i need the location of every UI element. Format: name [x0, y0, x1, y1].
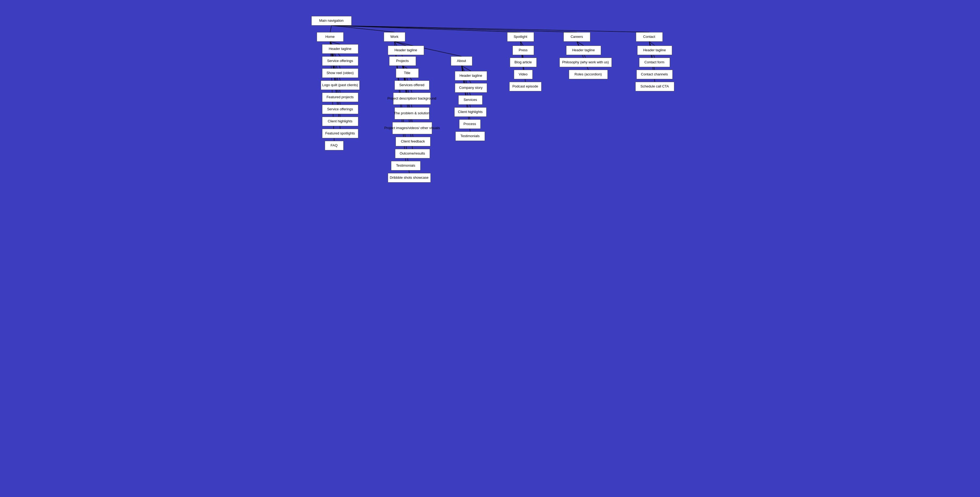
node-about_process: Process	[459, 119, 480, 129]
node-main_nav: Main navigation	[311, 16, 352, 25]
node-spotlight_press: Press	[512, 46, 534, 55]
svg-line-4	[331, 25, 649, 32]
node-contact_form: Contact form	[639, 58, 670, 67]
node-about_testimonials: Testimonials	[455, 132, 485, 141]
node-contact_schedule: Schedule call CTA	[635, 82, 674, 91]
node-home_service_offerings2: Service offerings	[322, 105, 358, 114]
node-home_header_tagline: Header tagline	[322, 44, 358, 54]
node-work: Work	[384, 32, 405, 41]
node-work_projects: Projects	[389, 56, 416, 66]
svg-line-3	[331, 25, 577, 32]
node-home_logo_quilt: Logo quilt (past clients)	[321, 81, 360, 90]
svg-line-0	[330, 25, 331, 32]
node-home: Home	[317, 32, 344, 41]
node-spotlight_blog: Blog article	[510, 58, 537, 67]
node-work_title: Title	[396, 68, 418, 78]
node-spotlight_video: Video	[514, 70, 533, 79]
svg-line-32	[520, 41, 523, 46]
node-careers_roles: Roles (accordion)	[569, 70, 608, 79]
node-work_client_feedback: Client feedback	[396, 137, 430, 146]
svg-line-1	[331, 25, 395, 32]
node-spotlight: Spotlight	[507, 32, 534, 41]
node-work_testimonials: Testimonials	[391, 161, 420, 170]
node-home_faq: FAQ	[325, 141, 344, 150]
node-work_services_offered: Services offered	[395, 81, 430, 90]
node-about_services: Services	[458, 95, 482, 105]
node-home_featured_spotlights: Featured spotlights	[322, 129, 358, 138]
node-work_project_desc: Project description/ background	[393, 92, 431, 105]
node-home_featured_projects: Featured projects	[322, 92, 358, 102]
diagram: Main navigationHomeWorkAboutSpotlightCar…	[295, 0, 685, 193]
node-work_header_tagline: Header tagline	[388, 46, 424, 55]
node-careers: Careers	[563, 32, 590, 41]
svg-line-5	[330, 41, 340, 44]
svg-line-14	[395, 41, 406, 46]
node-home_service_offerings1: Service offerings	[322, 56, 358, 66]
node-about_client_highlights: Client highlights	[454, 107, 487, 117]
node-contact_channels: Contact channels	[636, 70, 673, 79]
node-careers_header_tagline: Header tagline	[566, 46, 601, 55]
node-home_show_reel: Show reel (video)	[322, 68, 358, 78]
svg-line-2	[331, 25, 520, 32]
node-work_dribbble: Dribbble shots showcase	[388, 173, 431, 183]
node-about_header_tagline: Header tagline	[455, 71, 487, 81]
node-about: About	[451, 56, 472, 66]
svg-line-26	[461, 66, 471, 71]
node-careers_philosophy: Philosophy (why work with us)	[560, 58, 612, 67]
svg-line-39	[649, 41, 655, 46]
svg-line-18	[402, 66, 407, 68]
node-contact_header_tagline: Header tagline	[637, 46, 672, 55]
svg-line-36	[577, 41, 584, 46]
node-spotlight_podcast: Podcast episode	[509, 82, 541, 91]
node-home_client_highlights: Client highlights	[322, 117, 358, 126]
node-work_problem_solution: The problem & solution	[395, 107, 430, 119]
node-work_outcome: Outcome/results	[395, 149, 430, 158]
node-work_project_images: Project images/videos/ other visuals	[392, 122, 432, 134]
node-about_company_story: Company story	[455, 83, 487, 92]
node-contact: Contact	[636, 32, 663, 41]
